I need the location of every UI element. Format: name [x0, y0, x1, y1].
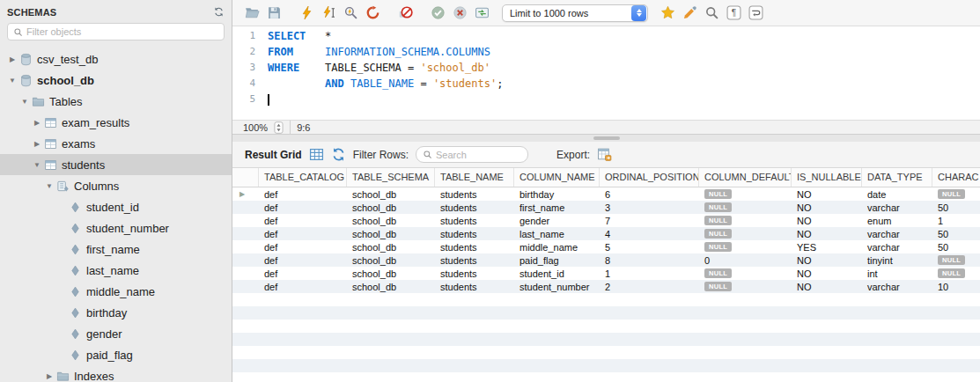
cell[interactable]: NULL [699, 187, 792, 201]
filter-objects-input[interactable] [26, 26, 218, 37]
cell[interactable]: student_number [514, 280, 600, 293]
result-row[interactable]: defschool_dbstudentsgender7NULLNOenum1 [232, 214, 980, 227]
result-row[interactable]: defschool_dbstudentsmiddle_name5NULLYESv… [232, 240, 980, 253]
cell[interactable]: NULL [699, 280, 792, 293]
cell[interactable]: last_name [514, 227, 600, 240]
result-row[interactable]: defschool_dbstudentsfirst_name3NULLNOvar… [232, 201, 980, 214]
cell[interactable]: students [435, 187, 514, 201]
cell[interactable]: def [259, 227, 347, 240]
cell[interactable]: 50 [932, 227, 980, 240]
clean-up-button[interactable] [679, 3, 701, 24]
result-row[interactable]: defschool_dbstudentsstudent_number2NULLN… [232, 280, 980, 293]
cell[interactable]: 1 [932, 214, 980, 227]
filter-rows-input[interactable] [436, 150, 521, 160]
stop-on-error-button[interactable] [394, 3, 416, 24]
disclosure-icon[interactable]: ▼ [19, 98, 30, 106]
cell[interactable]: 10 [932, 280, 980, 293]
cell[interactable]: 50 [932, 201, 980, 214]
cell[interactable]: NULL [699, 201, 792, 214]
tree-item-exam_results[interactable]: ▶exam_results [0, 112, 232, 133]
cell[interactable]: def [259, 267, 347, 280]
cell[interactable]: students [435, 227, 514, 240]
cell[interactable]: NULL [932, 267, 980, 280]
tree-item-exams[interactable]: ▶exams [0, 133, 232, 154]
cell[interactable]: school_db [347, 187, 435, 201]
tree-item-Columns[interactable]: ▼Columns [0, 175, 232, 196]
cell[interactable]: int [862, 267, 932, 280]
tree-item-student_number[interactable]: student_number [0, 217, 232, 239]
cell[interactable]: students [435, 253, 514, 267]
tree-item-csv_test_db[interactable]: ▶csv_test_db [0, 48, 232, 70]
result-row[interactable]: ▶defschool_dbstudentsbirthday6NULLNOdate… [232, 187, 980, 201]
limit-rows-select[interactable]: Limit to 1000 rows [502, 4, 648, 22]
cell[interactable]: 6 [600, 187, 699, 201]
result-row[interactable]: defschool_dbstudentspaid_flag80NOtinyint… [232, 253, 980, 267]
cell[interactable]: def [259, 253, 347, 267]
tree-item-students[interactable]: ▼students [0, 154, 232, 175]
disclosure-icon[interactable]: ▼ [7, 77, 18, 84]
cell[interactable]: def [259, 214, 347, 227]
cell[interactable]: varchar [862, 227, 932, 240]
cell[interactable]: first_name [514, 201, 600, 214]
cell[interactable]: NULL [699, 214, 792, 227]
cell[interactable]: students [435, 280, 514, 293]
open-file-button[interactable] [241, 3, 263, 24]
tree-item-paid_flag[interactable]: paid_flag [0, 344, 232, 365]
cell[interactable]: student_id [514, 267, 600, 280]
cell[interactable]: middle_name [514, 240, 600, 253]
cell[interactable]: NO [792, 253, 862, 267]
sql-editor[interactable]: 1SELECT *2FROM INFORMATION_SCHEMA.COLUMN… [232, 26, 980, 120]
cell[interactable]: varchar [862, 280, 932, 293]
refresh-results-icon[interactable] [331, 147, 346, 162]
cell[interactable]: YES [792, 240, 862, 253]
cell[interactable]: gender [514, 214, 600, 227]
beautify-button[interactable] [657, 3, 679, 24]
tree-item-student_id[interactable]: student_id [0, 196, 232, 217]
cell[interactable]: 2 [600, 280, 699, 293]
col-header-table_catalog[interactable]: TABLE_CATALOG [259, 168, 347, 187]
cell[interactable]: birthday [514, 187, 600, 201]
cell[interactable]: students [435, 267, 514, 280]
cell[interactable]: NULL [699, 267, 792, 280]
cell[interactable]: school_db [347, 214, 435, 227]
save-button[interactable] [263, 3, 285, 24]
cell[interactable]: 50 [932, 240, 980, 253]
tree-item-last_name[interactable]: last_name [0, 260, 232, 281]
col-header-table_name[interactable]: TABLE_NAME [435, 168, 514, 187]
word-wrap-button[interactable] [745, 3, 767, 24]
cell[interactable]: NO [792, 227, 862, 240]
refresh-schemas-icon[interactable] [213, 6, 225, 18]
grid-view-icon[interactable] [309, 147, 324, 162]
col-header-column_name[interactable]: COLUMN_NAME [514, 168, 600, 187]
tree-item-middle_name[interactable]: middle_name [0, 281, 232, 302]
col-header-data_type[interactable]: DATA_TYPE [862, 168, 932, 187]
cell[interactable]: tinyint [862, 253, 932, 267]
cell[interactable]: 5 [600, 240, 699, 253]
tree-item-Indexes[interactable]: ▶Indexes [0, 365, 232, 382]
cell[interactable]: school_db [347, 253, 435, 267]
rollback-button[interactable] [449, 3, 471, 24]
cell[interactable]: def [259, 201, 347, 214]
cell[interactable]: varchar [862, 240, 932, 253]
result-row[interactable]: defschool_dbstudentsstudent_id1NULLNOint… [232, 267, 980, 280]
cell[interactable]: students [435, 201, 514, 214]
cell[interactable]: date [862, 187, 932, 201]
cell[interactable]: students [435, 240, 514, 253]
cell[interactable]: 7 [600, 214, 699, 227]
cell[interactable]: 8 [600, 253, 699, 267]
tree-item-school_db[interactable]: ▼school_db [0, 70, 232, 91]
export-icon[interactable] [597, 147, 612, 162]
cell[interactable]: NULL [932, 253, 980, 267]
invisibles-button[interactable]: ¶ [723, 3, 745, 24]
tree-item-Tables[interactable]: ▼Tables [0, 91, 232, 112]
cell[interactable]: def [259, 240, 347, 253]
tree-item-first_name[interactable]: first_name [0, 239, 232, 260]
find-button[interactable] [701, 3, 723, 24]
col-header-table_schema[interactable]: TABLE_SCHEMA [347, 168, 435, 187]
disclosure-icon[interactable]: ▶ [7, 55, 18, 63]
cell[interactable]: 0 [699, 253, 792, 267]
cell[interactable]: 3 [600, 201, 699, 214]
cell[interactable]: 1 [600, 267, 699, 280]
cell[interactable]: students [435, 214, 514, 227]
commit-button[interactable] [427, 3, 449, 24]
